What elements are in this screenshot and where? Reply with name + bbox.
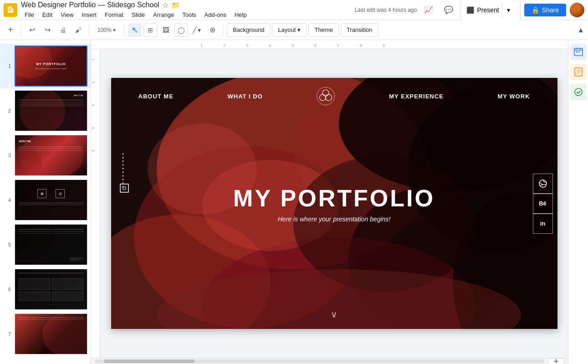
comments-icon[interactable]: 💬 [440,2,457,18]
line-tool[interactable]: ╱ ▾ [190,23,204,37]
background-button[interactable]: Background [227,23,270,37]
svg-point-25 [326,94,332,101]
layout-chevron: ▾ [297,26,301,33]
separator-1 [21,25,21,36]
slide-thumb-6[interactable] [15,269,87,310]
slide-number-7: 7 [4,331,11,337]
slide-item-3[interactable]: 3 ABOUT ME [0,133,91,178]
svg-rect-31 [576,51,578,52]
slide-item-2[interactable]: 2 ABOUT ME [0,88,91,133]
layout-label: Layout [278,26,296,33]
slide-item-7[interactable]: 7 [0,312,91,356]
canvas-area: 1 2 3 4 5 6 7 8 9 1 2 3 [91,40,568,364]
menu-file[interactable]: File [21,10,38,19]
slide-item-1[interactable]: 1 MY PORTFOLIO Here is where your presen… [0,44,91,88]
slide-number-1: 1 [4,63,11,69]
shapes-tool[interactable]: ◯ [174,23,188,37]
add-page-button[interactable] [548,358,564,364]
doc-title-text: Web Designer Portfolio — Slidesgo School [21,1,159,9]
transition-button[interactable]: Transition [341,23,378,37]
behance-icon-box[interactable]: Bê [533,194,553,214]
horizontal-ruler: 1 2 3 4 5 6 7 8 9 [91,40,568,49]
menu-help[interactable]: Help [231,10,251,19]
svg-point-29 [539,180,547,187]
theme-label: Theme [314,26,332,33]
chevron-down-icon[interactable]: ∨ [331,309,337,320]
collapse-toolbar-button[interactable]: ▲ [577,26,584,34]
slide-thumb-2[interactable]: ABOUT ME [15,90,87,131]
image-tool[interactable]: 🖼 [159,23,173,37]
horizontal-scrollbar-track[interactable] [95,359,544,363]
present-dropdown-arrow[interactable]: ▾ [502,3,515,17]
theme-button[interactable]: Theme [308,23,338,37]
user-avatar[interactable] [570,3,584,17]
redo-button[interactable]: ↪ [41,23,54,37]
tasks-icon[interactable] [570,84,587,100]
toolbar: + ↩ ↪ 🖨 🖌 100% ▾ ↖ ⊞ 🖼 ◯ ╱ ▾ ⊕ Backgroun… [0,20,588,40]
horizontal-scrollbar-thumb[interactable] [104,359,195,363]
folder-icon[interactable]: 📁 [171,1,180,10]
dot-4 [122,164,124,166]
print-button[interactable]: 🖨 [56,23,70,37]
slide-number-3: 3 [4,153,11,158]
portfolio-title: MY PORTFOLIO [233,185,435,212]
nav-my-experience[interactable]: MY EXPERIENCE [389,93,444,100]
menu-arrange[interactable]: Arrange [149,10,178,19]
present-button[interactable]: ⬛ Present ▾ [460,0,520,21]
share-button[interactable]: 🔒 Share [524,4,566,16]
slide-thumb-7[interactable] [15,313,87,354]
nav-about-me[interactable]: ABOUT ME [138,93,174,100]
social-icons-panel: Bê in [533,174,553,234]
notes-icon[interactable] [570,64,587,80]
slide-item-5[interactable]: 5 [0,222,91,267]
slide-thumb-1[interactable]: MY PORTFOLIO Here is where your presenta… [15,46,87,87]
menu-tools[interactable]: Tools [179,10,199,19]
vertical-ruler: 1 2 3 4 5 [91,49,100,358]
slide-number-6: 6 [4,287,11,292]
cursor-tool[interactable]: ↖ [128,23,142,37]
lock-icon: 🔒 [532,6,539,14]
paint-format-button[interactable]: 🖌 [72,23,85,37]
menu-addons[interactable]: Add-ons [201,10,230,19]
present-label: Present [477,6,499,14]
svg-rect-32 [578,51,580,52]
nav-what-i-do[interactable]: WHAT I DO [227,93,262,100]
portfolio-center: MY PORTFOLIO Here is where your presenta… [233,185,435,223]
svg-point-34 [575,88,582,96]
linkedin-icon-box[interactable]: in [533,214,553,234]
add-slide-button[interactable]: + [4,23,17,37]
calendar-icon[interactable] [570,44,587,60]
menu-edit[interactable]: Edit [39,10,56,19]
slide-thumb-4[interactable]: ⊞ ⊡ [15,179,87,220]
dot-2 [122,157,124,159]
menu-insert[interactable]: Insert [78,10,100,19]
menu-slide[interactable]: Slide [128,10,148,19]
more-tools[interactable]: ⊕ [205,23,219,37]
separator-4 [223,25,223,36]
background-label: Background [233,26,264,33]
menu-view[interactable]: View [57,10,77,19]
menu-format[interactable]: Format [101,10,127,19]
right-toolbar: Last edit was 4 hours ago 📈 💬 ⬛ Present … [355,0,584,21]
nav-my-work[interactable]: MY WORK [497,93,530,100]
text-box-tool[interactable]: ⊞ [143,23,157,37]
zoom-button[interactable]: 100% ▾ [93,23,120,37]
app-icon[interactable] [4,3,17,17]
slide-item-6[interactable]: 6 [0,267,91,312]
layout-button[interactable]: Layout ▾ [272,23,307,37]
dot-1 [122,153,124,155]
linkedin-label: in [540,220,546,227]
dribbble-icon-box[interactable] [533,174,553,194]
star-icon[interactable]: ☆ [162,1,169,10]
slide-content[interactable]: ABOUT ME WHAT I DO MY EXPERIENCE MY WORK [111,78,557,329]
slide-thumb-3[interactable]: ABOUT ME [15,135,87,176]
transition-label: Transition [347,26,373,33]
slide-thumb-5[interactable] [15,224,87,265]
slide-item-4[interactable]: 4 ⊞ ⊡ [0,178,91,222]
bottom-scrollbar[interactable] [91,358,568,364]
slide-number-5: 5 [4,242,11,247]
analytics-icon[interactable]: 📈 [420,2,437,18]
dot-6 [122,171,124,173]
nav-logo [317,87,335,105]
undo-button[interactable]: ↩ [25,23,39,37]
